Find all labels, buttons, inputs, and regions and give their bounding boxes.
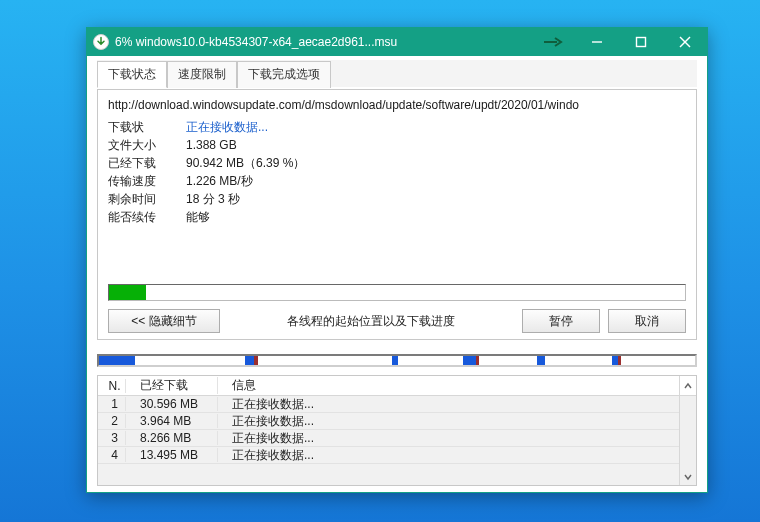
table-row[interactable]: 413.495 MB正在接收数据... — [98, 447, 696, 464]
cell-downloaded: 30.596 MB — [126, 397, 218, 411]
label-resume: 能否续传 — [108, 209, 186, 226]
segment-mark — [476, 356, 480, 365]
window-title: 6% windows10.0-kb4534307-x64_aecae2d961.… — [115, 35, 531, 49]
close-button[interactable] — [663, 28, 707, 56]
titlebar-arrow-icon[interactable] — [531, 28, 575, 56]
value-timeleft: 18 分 3 秒 — [186, 191, 240, 208]
label-state: 下载状 — [108, 119, 186, 136]
value-downloaded: 90.942 MB（6.39 %） — [186, 155, 305, 172]
cell-n: 1 — [98, 397, 126, 411]
col-info-header[interactable]: 信息 — [218, 377, 679, 394]
label-filesize: 文件大小 — [108, 137, 186, 154]
tabs: 下载状态 速度限制 下载完成选项 — [97, 60, 697, 87]
scroll-down-icon[interactable] — [679, 396, 696, 485]
minimize-button[interactable] — [575, 28, 619, 56]
progress-bar — [108, 284, 686, 301]
titlebar[interactable]: 6% windows10.0-kb4534307-x64_aecae2d961.… — [87, 28, 707, 56]
value-resume: 能够 — [186, 209, 210, 226]
segment-mark — [245, 356, 254, 365]
tab-complete-options[interactable]: 下载完成选项 — [237, 61, 331, 88]
tab-speed-limit[interactable]: 速度限制 — [167, 61, 237, 88]
table-row[interactable]: 38.266 MB正在接收数据... — [98, 430, 696, 447]
scroll-up-icon[interactable] — [679, 376, 696, 395]
value-state: 正在接收数据... — [186, 119, 268, 136]
threads-table: N. 已经下载 信息 130.596 MB正在接收数据...23.964 MB正… — [97, 375, 697, 486]
col-downloaded-header[interactable]: 已经下载 — [126, 377, 218, 394]
cell-n: 2 — [98, 414, 126, 428]
svg-rect-2 — [637, 38, 646, 47]
label-speed: 传输速度 — [108, 173, 186, 190]
progress-fill — [109, 285, 146, 300]
cell-info: 正在接收数据... — [218, 413, 696, 430]
segment-mark — [618, 356, 622, 365]
col-n-header[interactable]: N. — [98, 379, 126, 393]
segment-caption: 各线程的起始位置以及下载进度 — [228, 313, 514, 330]
app-icon — [93, 34, 109, 50]
threads-header: N. 已经下载 信息 — [98, 376, 696, 396]
maximize-button[interactable] — [619, 28, 663, 56]
hide-details-button[interactable]: << 隐藏细节 — [108, 309, 220, 333]
threads-body: 130.596 MB正在接收数据...23.964 MB正在接收数据...38.… — [98, 396, 696, 485]
table-row[interactable]: 130.596 MB正在接收数据... — [98, 396, 696, 413]
segment-mark — [463, 356, 476, 365]
segment-mark — [537, 356, 545, 365]
pause-button[interactable]: 暂停 — [522, 309, 600, 333]
cell-downloaded: 3.964 MB — [126, 414, 218, 428]
segment-map — [97, 354, 697, 367]
segment-mark — [99, 356, 135, 365]
cell-info: 正在接收数据... — [218, 447, 696, 464]
label-downloaded: 已经下载 — [108, 155, 186, 172]
cancel-button[interactable]: 取消 — [608, 309, 686, 333]
label-timeleft: 剩余时间 — [108, 191, 186, 208]
tab-download-status[interactable]: 下载状态 — [97, 61, 167, 88]
value-speed: 1.226 MB/秒 — [186, 173, 253, 190]
client-area: 下载状态 速度限制 下载完成选项 http://download.windows… — [87, 56, 707, 492]
cell-info: 正在接收数据... — [218, 430, 696, 447]
download-dialog: 6% windows10.0-kb4534307-x64_aecae2d961.… — [86, 27, 708, 493]
cell-n: 3 — [98, 431, 126, 445]
cell-n: 4 — [98, 448, 126, 462]
value-filesize: 1.388 GB — [186, 138, 237, 152]
table-row[interactable]: 23.964 MB正在接收数据... — [98, 413, 696, 430]
cell-info: 正在接收数据... — [218, 396, 696, 413]
segment-mark — [392, 356, 398, 365]
cell-downloaded: 13.495 MB — [126, 448, 218, 462]
download-url: http://download.windowsupdate.com/d/msdo… — [108, 98, 686, 112]
window-controls — [531, 28, 707, 56]
status-panel: http://download.windowsupdate.com/d/msdo… — [97, 89, 697, 340]
segment-mark — [254, 356, 258, 365]
cell-downloaded: 8.266 MB — [126, 431, 218, 445]
